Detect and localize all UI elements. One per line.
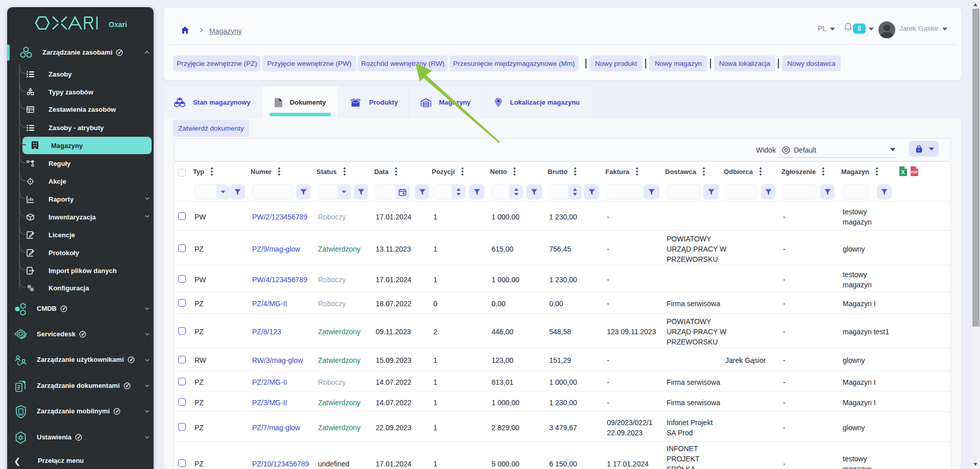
svg-text:PDF: PDF [911,170,918,174]
svg-text:X: X [901,169,905,175]
